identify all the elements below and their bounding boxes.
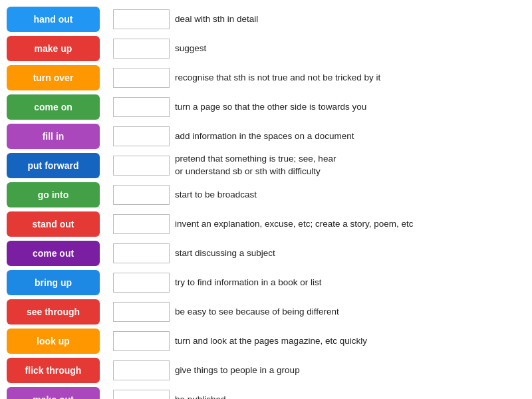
definition-row-9: try to find information in a book or lis… bbox=[113, 270, 525, 295]
phrase-btn-put-forward[interactable]: put forward bbox=[7, 153, 100, 178]
definition-row-13: be published bbox=[113, 387, 525, 399]
definition-row-0: deal with sth in detail bbox=[113, 7, 525, 32]
answer-input-0[interactable] bbox=[113, 9, 170, 29]
phrase-btn-turn-over[interactable]: turn over bbox=[7, 65, 100, 90]
phrase-list: hand outmake upturn overcome onfill inpu… bbox=[7, 7, 106, 399]
definition-text-4: add information in the spaces on a docum… bbox=[175, 130, 354, 143]
phrase-btn-come-on[interactable]: come on bbox=[7, 94, 100, 120]
definition-text-1: suggest bbox=[175, 43, 206, 55]
main-container: hand outmake upturn overcome onfill inpu… bbox=[0, 0, 532, 399]
definition-text-8: start discussing a subject bbox=[175, 247, 275, 260]
definition-text-0: deal with sth in detail bbox=[175, 13, 258, 26]
definition-text-2: recognise that sth is not true and not b… bbox=[175, 72, 380, 84]
definition-row-12: give things to people in a group bbox=[113, 358, 525, 383]
definition-list: deal with sth in detailsuggestrecognise … bbox=[113, 7, 525, 399]
answer-input-10[interactable] bbox=[113, 302, 170, 322]
definition-text-9: try to find information in a book or lis… bbox=[175, 277, 322, 289]
phrase-btn-stand-out[interactable]: stand out bbox=[7, 211, 100, 237]
answer-input-11[interactable] bbox=[113, 331, 170, 351]
definition-row-6: start to be broadcast bbox=[113, 182, 525, 207]
definition-text-3: turn a page so that the other side is to… bbox=[175, 101, 366, 114]
definition-row-2: recognise that sth is not true and not b… bbox=[113, 65, 525, 90]
definition-text-5: pretend that something is true; see, hea… bbox=[175, 153, 336, 178]
answer-input-5[interactable] bbox=[113, 156, 170, 176]
definition-row-10: be easy to see because of being differen… bbox=[113, 299, 525, 325]
answer-input-9[interactable] bbox=[113, 273, 170, 293]
answer-input-8[interactable] bbox=[113, 243, 170, 263]
answer-input-3[interactable] bbox=[113, 97, 170, 117]
phrase-btn-fill-in[interactable]: fill in bbox=[7, 124, 100, 149]
definition-text-6: start to be broadcast bbox=[175, 189, 257, 201]
definition-text-12: give things to people in a group bbox=[175, 364, 300, 377]
definition-row-11: turn and look at the pages magazine, etc… bbox=[113, 329, 525, 354]
phrase-btn-go-into[interactable]: go into bbox=[7, 182, 100, 207]
answer-input-4[interactable] bbox=[113, 126, 170, 146]
definition-text-11: turn and look at the pages magazine, etc… bbox=[175, 335, 367, 348]
definition-text-13: be published bbox=[175, 394, 226, 399]
definition-row-5: pretend that something is true; see, hea… bbox=[113, 153, 525, 178]
definition-row-1: suggest bbox=[113, 36, 525, 61]
answer-input-1[interactable] bbox=[113, 39, 170, 59]
phrase-btn-flick-through[interactable]: flick through bbox=[7, 358, 100, 383]
answer-input-7[interactable] bbox=[113, 214, 170, 234]
phrase-btn-bring-up[interactable]: bring up bbox=[7, 270, 100, 295]
definition-text-7: invent an explanation, excuse, etc; crea… bbox=[175, 218, 413, 231]
definition-row-7: invent an explanation, excuse, etc; crea… bbox=[113, 211, 525, 237]
answer-input-13[interactable] bbox=[113, 390, 170, 399]
answer-input-6[interactable] bbox=[113, 185, 170, 205]
answer-input-2[interactable] bbox=[113, 68, 170, 88]
definition-text-10: be easy to see because of being differen… bbox=[175, 306, 339, 319]
phrase-btn-look-up[interactable]: look up bbox=[7, 329, 100, 354]
phrase-btn-make-out[interactable]: make out bbox=[7, 387, 100, 399]
definition-row-8: start discussing a subject bbox=[113, 241, 525, 266]
definition-row-4: add information in the spaces on a docum… bbox=[113, 124, 525, 149]
answer-input-12[interactable] bbox=[113, 360, 170, 380]
definition-row-3: turn a page so that the other side is to… bbox=[113, 94, 525, 120]
phrase-btn-come-out[interactable]: come out bbox=[7, 241, 100, 266]
phrase-btn-hand-out[interactable]: hand out bbox=[7, 7, 100, 32]
phrase-btn-make-up[interactable]: make up bbox=[7, 36, 100, 61]
phrase-btn-see-through[interactable]: see through bbox=[7, 299, 100, 325]
